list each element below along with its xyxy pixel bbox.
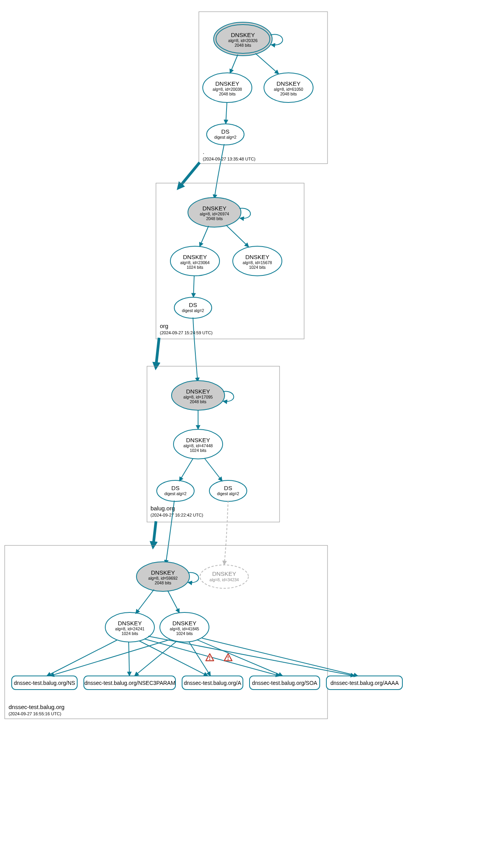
root-zsk-a-label: DNSKEY: [215, 80, 239, 87]
dt-ksk-node: DNSKEY alg=8, id=59692 2048 bits: [136, 562, 189, 591]
edge-dt-zska-ns: [47, 640, 117, 676]
org-zsk-a-bits: 1024 bits: [187, 265, 204, 270]
dt-zsk-b-label: DNSKEY: [172, 620, 197, 626]
zone-balug: DNSKEY alg=8, id=17095 2048 bits DNSKEY …: [147, 366, 280, 522]
root-zsk-b-bits: 2048 bits: [280, 92, 297, 96]
org-zsk-b-bits: 1024 bits: [249, 265, 266, 270]
balug-zone-name: balug.org: [151, 505, 175, 512]
warning-icon: [224, 654, 232, 661]
org-ksk-alg: alg=8, id=26974: [200, 212, 229, 216]
dt-rrset-aaaa-node: dnssec-test.balug.org/AAAA: [326, 676, 402, 690]
root-zone-name: .: [203, 148, 204, 155]
root-ksk-node: DNSKEY alg=8, id=20326 2048 bits: [214, 22, 272, 56]
dt-zone-time: (2024-09-27 16:55:16 UTC): [9, 711, 61, 716]
edge-balug-dsb-dt-revoked: [224, 501, 228, 565]
root-zsk-b-alg: alg=8, id=61050: [274, 87, 303, 92]
zone-root: DNSKEY alg=8, id=20326 2048 bits DNSKEY …: [199, 12, 328, 164]
dt-zsk-a-label: DNSKEY: [118, 620, 142, 626]
dt-zsk-b-node: DNSKEY alg=8, id=41845 1024 bits: [160, 612, 209, 642]
dt-zsk-b-bits: 1024 bits: [176, 631, 193, 636]
edge-org-ksk-zskb: [226, 225, 249, 247]
balug-ksk-label: DNSKEY: [186, 388, 210, 395]
zone-org: DNSKEY alg=8, id=26974 2048 bits DNSKEY …: [156, 183, 304, 339]
balug-zsk-bits: 1024 bits: [190, 448, 207, 453]
svg-point-29: [228, 659, 229, 660]
root-zsk-a-alg: alg=8, id=20038: [212, 87, 242, 92]
dt-zsk-b-alg: alg=8, id=41845: [170, 626, 199, 631]
root-ksk-label: DNSKEY: [231, 32, 255, 38]
org-zsk-a-label: DNSKEY: [183, 254, 207, 260]
root-zsk-a-bits: 2048 bits: [219, 92, 236, 96]
root-ds-alg: digest alg=2: [214, 135, 237, 139]
edge-dt-ksk-zskb: [168, 591, 179, 613]
balug-zone-time: (2024-09-27 16:22:42 UTC): [151, 513, 203, 517]
dt-zsk-a-alg: alg=8, id=24241: [115, 626, 144, 631]
org-zsk-b-label: DNSKEY: [245, 254, 269, 260]
root-ksk-alg: alg=8, id=20326: [228, 38, 257, 43]
edge-org-zska-ds: [193, 276, 194, 297]
edge-balug-zsk-dsb: [205, 459, 222, 481]
dt-rrset-nsec3param-node: dnssec-test.balug.org/NSEC3PARAM: [84, 676, 175, 690]
dt-rrset-a-node: dnssec-test.balug.org/A: [182, 676, 243, 690]
dt-ksk-alg: alg=8, id=59692: [148, 576, 177, 580]
edge-dt-zska-aaaa: [148, 636, 355, 676]
dt-ksk-bits: 2048 bits: [155, 580, 172, 585]
edge-dt-zskb-ns: [50, 640, 170, 676]
edge-org-ds-balug-ksk: [193, 318, 198, 382]
org-ds-node: DS digest alg=2: [174, 297, 212, 318]
balug-ds-a-label: DS: [172, 485, 180, 491]
dt-rrset-soa-node: dnssec-test.balug.org/SOA: [250, 676, 320, 690]
root-zsk-b-label: DNSKEY: [276, 80, 301, 87]
dt-revoked-node: DNSKEY alg=8, id=34234: [200, 565, 248, 588]
balug-ksk-alg: alg=8, id=17095: [183, 395, 212, 399]
org-zsk-b-node: DNSKEY alg=8, id=15678 1024 bits: [233, 246, 282, 276]
balug-zsk-node: DNSKEY alg=8, id=47448 1024 bits: [174, 429, 223, 459]
balug-ds-b-alg: digest alg=2: [217, 491, 239, 496]
dt-rrset-a: dnssec-test.balug.org/A: [184, 680, 241, 686]
dt-zone-name: dnssec-test.balug.org: [9, 704, 64, 710]
edge-dt-zska-nsec3: [129, 642, 129, 676]
dt-revoked-alg: alg=8, id=34234: [209, 577, 239, 582]
edge-org-ksk-zska: [200, 226, 209, 247]
edge-balug-zsk-dsa: [179, 459, 193, 481]
dt-ksk-label: DNSKEY: [151, 569, 175, 576]
balug-ds-b-label: DS: [224, 485, 232, 491]
zone-dnssec-test: DNSKEY alg=8, id=59692 2048 bits DNSKEY …: [5, 545, 402, 719]
edge-root-zska-ds: [226, 102, 227, 124]
org-zsk-a-node: DNSKEY alg=8, id=23064 1024 bits: [170, 246, 220, 276]
root-ksk-bits: 2048 bits: [235, 43, 251, 48]
dt-rrset-ns: dnssec-test.balug.org/NS: [14, 680, 75, 686]
delegation-org-balug: [156, 338, 159, 366]
org-zone-name: org: [160, 323, 168, 329]
edge-dt-zskb-nsec3: [135, 641, 177, 676]
root-zsk-b-node: DNSKEY alg=8, id=61050 2048 bits: [264, 73, 313, 102]
dt-rrset-nsec3param: dnssec-test.balug.org/NSEC3PARAM: [84, 680, 175, 686]
org-ds-alg: digest alg=2: [182, 308, 204, 313]
delegation-root-org: [179, 162, 200, 187]
dt-zsk-a-bits: 1024 bits: [122, 631, 138, 636]
balug-ds-a-alg: digest alg=2: [165, 491, 187, 496]
dt-zsk-a-node: DNSKEY alg=8, id=24241 1024 bits: [105, 612, 154, 642]
root-ds-label: DS: [221, 128, 230, 135]
edge-root-ds-org-ksk: [214, 144, 224, 199]
org-ds-label: DS: [189, 302, 197, 308]
balug-ds-b-node: DS digest alg=2: [209, 480, 247, 501]
edge-dt-ksk-zska: [136, 589, 154, 614]
org-ksk-label: DNSKEY: [202, 205, 227, 212]
balug-ksk-node: DNSKEY alg=8, id=17095 2048 bits: [172, 381, 225, 410]
dt-rrset-aaaa: dnssec-test.balug.org/AAAA: [330, 680, 399, 686]
edge-root-ksk-zska: [230, 55, 238, 73]
org-zsk-b-alg: alg=8, id=15678: [243, 260, 272, 265]
edge-root-ksk-zskb: [255, 53, 279, 74]
root-ds-node: DS digest alg=2: [207, 124, 244, 145]
root-zone-time: (2024-09-27 13:35:48 UTC): [203, 157, 255, 161]
svg-point-27: [209, 659, 211, 660]
delegation-balug-dnssectest: [153, 521, 156, 545]
root-zsk-a-node: DNSKEY alg=8, id=20038 2048 bits: [203, 73, 252, 102]
balug-ds-a-node: DS digest alg=2: [157, 480, 194, 501]
org-ksk-node: DNSKEY alg=8, id=26974 2048 bits: [188, 198, 241, 227]
org-zone-time: (2024-09-27 15:24:59 UTC): [160, 330, 212, 335]
dt-rrset-soa: dnssec-test.balug.org/SOA: [252, 680, 317, 686]
org-zsk-a-alg: alg=8, id=23064: [180, 260, 209, 265]
dt-revoked-label: DNSKEY: [212, 570, 236, 577]
